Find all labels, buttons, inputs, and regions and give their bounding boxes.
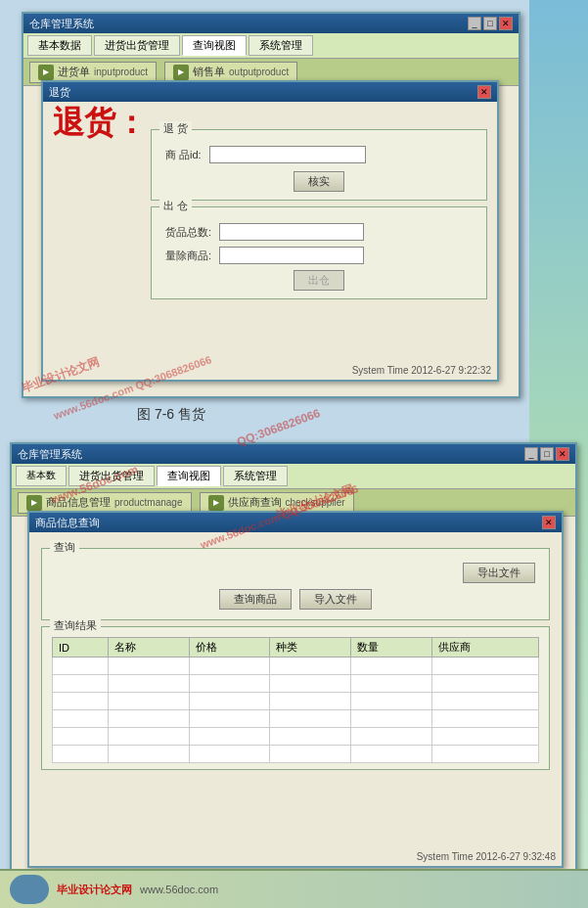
sys-time-2: System Time 2012-6-27 9:32:48 bbox=[417, 851, 556, 862]
table-cell bbox=[432, 675, 539, 693]
table-row bbox=[53, 675, 539, 693]
table-cell bbox=[53, 728, 109, 746]
export-button[interactable]: 导出文件 bbox=[463, 563, 535, 583]
win1-title: 仓库管理系统 bbox=[29, 17, 94, 31]
verify-button[interactable]: 核实 bbox=[294, 171, 344, 192]
table-cell bbox=[270, 746, 351, 763]
import-button[interactable]: 导入文件 bbox=[299, 589, 372, 610]
win2-inner-title: 商品信息查询 bbox=[35, 516, 100, 530]
table-cell bbox=[189, 728, 270, 746]
menubar-2: 基本数 进货出货管理 查询视图 系统管理 bbox=[12, 464, 575, 489]
table-cell bbox=[53, 658, 109, 675]
section-result: 查询结果 ID 名称 价格 种类 数量 供应商 bbox=[41, 626, 550, 770]
section-out: 出 仓 货品总数: 量除商品: 出仓 bbox=[151, 206, 487, 299]
table-row bbox=[53, 658, 539, 675]
search-button[interactable]: 查询商品 bbox=[219, 589, 292, 610]
col-name: 名称 bbox=[108, 638, 189, 658]
win1-inner: 退货 ✕ 退货： 退 货 商 品id: 核实 出 仓 货品总数: bbox=[41, 80, 499, 382]
win2-maximize[interactable]: □ bbox=[540, 447, 554, 461]
win2-minimize[interactable]: _ bbox=[524, 447, 538, 461]
bottom-bar: 毕业设计论文网 www.56doc.com bbox=[0, 869, 588, 908]
win2-inner: 商品信息查询 ✕ 查询 导出文件 查询商品 导入文件 查询结果 ID bbox=[27, 511, 564, 868]
big-return-title: 退货： bbox=[53, 102, 147, 145]
menu1-item-0[interactable]: 基本数据 bbox=[27, 35, 92, 56]
win1-inner-controls: ✕ bbox=[477, 85, 491, 99]
checksupplier-icon: ▶ bbox=[208, 495, 224, 511]
product-id-label: 商 品id: bbox=[165, 148, 202, 162]
menu2-item-3[interactable]: 系统管理 bbox=[223, 466, 288, 486]
table-cell bbox=[108, 658, 189, 675]
window-2-outer: 仓库管理系统 _ □ ✕ 基本数 进货出货管理 查询视图 系统管理 ▶ 商品信息… bbox=[10, 442, 577, 883]
table-cell bbox=[432, 658, 539, 675]
table-cell bbox=[108, 710, 189, 728]
table-cell bbox=[189, 675, 270, 693]
win2-close[interactable]: ✕ bbox=[556, 447, 569, 461]
section-return: 退 货 商 品id: 核实 bbox=[151, 129, 487, 201]
col-price: 价格 bbox=[189, 638, 270, 658]
toolbar1-btn1-sub: inputproduct bbox=[94, 67, 148, 77]
win1-inner-titlebar: 退货 ✕ bbox=[43, 82, 497, 102]
table-cell bbox=[351, 675, 432, 693]
out-btn-wrap: 出仓 bbox=[165, 270, 473, 291]
section-query-legend: 查询 bbox=[50, 540, 79, 555]
product-id-row: 商 品id: bbox=[165, 146, 473, 163]
toolbar2-btn1-label: 商品信息管理 bbox=[46, 495, 111, 510]
verify-btn-wrap: 核实 bbox=[165, 171, 473, 192]
menu2-item-2[interactable]: 查询视图 bbox=[157, 466, 221, 486]
total-label: 货品总数: bbox=[165, 225, 211, 240]
win1-minimize[interactable]: _ bbox=[468, 17, 481, 30]
query-btns-row2: 查询商品 导入文件 bbox=[56, 589, 535, 610]
table-cell bbox=[270, 658, 351, 675]
window-1-outer: 仓库管理系统 _ □ ✕ 基本数据 进货出货管理 查询视图 系统管理 ▶ 进货单… bbox=[22, 12, 520, 398]
toolbar2-btn1-sub: productmanage bbox=[114, 497, 183, 508]
table-cell bbox=[351, 658, 432, 675]
out-button[interactable]: 出仓 bbox=[294, 270, 344, 291]
toolbar1-btn2-label: 销售单 bbox=[193, 65, 225, 79]
table-cell bbox=[432, 710, 539, 728]
table-cell bbox=[108, 746, 189, 763]
menu1-item-3[interactable]: 系统管理 bbox=[249, 35, 313, 56]
table-cell bbox=[432, 728, 539, 746]
sys-time-1: System Time 2012-6-27 9:22:32 bbox=[352, 365, 491, 376]
win1-maximize[interactable]: □ bbox=[483, 17, 497, 30]
table-cell bbox=[53, 675, 109, 693]
table-cell bbox=[270, 693, 351, 710]
menu1-item-2[interactable]: 查询视图 bbox=[182, 35, 247, 56]
productmanage-icon: ▶ bbox=[26, 495, 42, 511]
table-row bbox=[53, 746, 539, 763]
menu2-item-1[interactable]: 进货出货管理 bbox=[68, 466, 155, 486]
table-cell bbox=[189, 658, 270, 675]
product-id-input[interactable] bbox=[209, 146, 366, 163]
delete-label: 量除商品: bbox=[165, 249, 211, 263]
table-cell bbox=[108, 728, 189, 746]
table-cell bbox=[432, 693, 539, 710]
toolbar1-btn2-sub: outputproduct bbox=[229, 67, 289, 77]
delete-input[interactable] bbox=[219, 247, 364, 264]
win1-inner-close[interactable]: ✕ bbox=[477, 85, 491, 99]
total-row: 货品总数: bbox=[165, 223, 473, 241]
win2-titlebar: 仓库管理系统 _ □ ✕ bbox=[12, 444, 575, 464]
menu1-item-1[interactable]: 进货出货管理 bbox=[94, 35, 180, 56]
section-query: 查询 导出文件 查询商品 导入文件 bbox=[41, 548, 550, 620]
win2-inner-controls: ✕ bbox=[542, 516, 556, 529]
win2-inner-close[interactable]: ✕ bbox=[542, 516, 556, 529]
table-header-row: ID 名称 价格 种类 数量 供应商 bbox=[53, 638, 539, 658]
win1-titlebar: 仓库管理系统 _ □ ✕ bbox=[23, 14, 519, 33]
col-id: ID bbox=[53, 638, 109, 658]
table-cell bbox=[270, 710, 351, 728]
menu2-item-0[interactable]: 基本数 bbox=[16, 466, 67, 486]
table-cell bbox=[351, 746, 432, 763]
section-return-legend: 退 货 bbox=[159, 121, 192, 136]
table-cell bbox=[351, 710, 432, 728]
table-cell bbox=[270, 728, 351, 746]
table-cell bbox=[270, 675, 351, 693]
col-type: 种类 bbox=[270, 638, 351, 658]
win1-close[interactable]: ✕ bbox=[499, 17, 513, 30]
bottom-url: www.56doc.com bbox=[140, 884, 218, 895]
table-cell bbox=[351, 728, 432, 746]
total-input[interactable] bbox=[219, 223, 364, 241]
win2-inner-titlebar: 商品信息查询 ✕ bbox=[29, 513, 562, 532]
section-out-legend: 出 仓 bbox=[159, 199, 192, 213]
toolbar2-btn2-label: 供应商查询 bbox=[228, 495, 282, 510]
toolbar1-btn1-label: 进货单 bbox=[58, 65, 90, 79]
